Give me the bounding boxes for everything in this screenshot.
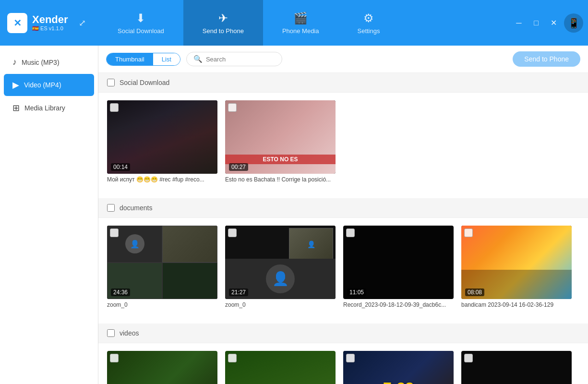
section-social-download-checkbox[interactable]: [107, 79, 115, 86]
game-text: 7:38: [383, 379, 414, 384]
video-checkbox[interactable]: [228, 103, 237, 112]
video-card[interactable]: 7:38 07:38 game_recording: [343, 351, 454, 384]
video-card[interactable]: 👤 24:36 zoom_0: [107, 226, 217, 308]
tab-settings-label: Settings: [358, 27, 380, 35]
social-download-grid: 00:14 Мой испут 😁😁😁 #rec #fup #reco... E…: [98, 93, 588, 198]
version: ES v1.1.0: [40, 25, 63, 31]
nav-tabs: ⬇ Social Download ✈ Send to Phone 🎬 Phon…: [98, 0, 512, 46]
sidebar-video-label: Video (MP4): [24, 81, 61, 89]
video-icon: ▶: [12, 80, 19, 90]
phone-connect-button[interactable]: 📱: [564, 13, 583, 33]
video-checkbox[interactable]: [110, 354, 119, 362]
video-card[interactable]: 👤 👤 21:27 zoom_0: [225, 226, 336, 308]
video-checkbox[interactable]: [346, 354, 355, 362]
zoom-cell-2: [162, 226, 217, 263]
social-download-icon: ⬇: [136, 12, 145, 25]
thumbnail-wrap: 👤 24:36: [107, 226, 217, 299]
thumbnail-bg: 7:38: [343, 351, 454, 384]
thumbnail-bg: [461, 351, 572, 384]
thumbnail-wrap: 08:08: [461, 226, 572, 299]
video-card[interactable]: 03:12 video_clip_1: [107, 351, 217, 384]
video-checkbox[interactable]: [110, 228, 119, 237]
toolbar: Thumbnail List 🔍 Send to Phone: [98, 46, 588, 73]
thumbnail-wrap: 👤 👤 21:27: [225, 226, 336, 299]
video-title: Record_2023-09-18-12-09-39_dacb6c...: [343, 301, 454, 308]
thumbnail-view-button[interactable]: Thumbnail: [107, 53, 153, 65]
video-title: zoom_0: [107, 301, 217, 308]
thumbnail-wrap: 7:38 07:38: [343, 351, 454, 384]
main-layout: ♪ Music (MP3) ▶ Video (MP4) ⊞ Media Libr…: [0, 46, 588, 384]
person-face: 👤: [289, 228, 333, 261]
phone-media-icon: 🎬: [293, 12, 308, 25]
close-button[interactable]: ✕: [547, 16, 560, 30]
section-documents: documents: [98, 198, 588, 218]
scroll-area[interactable]: Social Download 00:14 Мой испут 😁😁😁 #rec…: [98, 73, 588, 384]
thumbnail-wrap: 11:05: [343, 226, 454, 299]
video-checkbox[interactable]: [346, 228, 355, 237]
tab-settings[interactable]: ⚙ Settings: [338, 0, 399, 46]
video-card[interactable]: 05:44 video_clip_2: [225, 351, 336, 384]
view-toggle: Thumbnail List: [106, 53, 180, 66]
logo-x: ✕: [13, 17, 22, 29]
zoom-cell-4: [162, 263, 217, 300]
thumbnail-wrap: ESTO NO ES 00:27: [225, 100, 336, 174]
header: ✕ Xender 🇪🇸 ES v1.1.0 ⤢ ⬇ Social Downloa…: [0, 0, 588, 46]
tab-phone-media[interactable]: 🎬 Phone Media: [263, 0, 338, 46]
tab-send-to-phone[interactable]: ✈ Send to Phone: [183, 0, 263, 46]
sidebar-item-music[interactable]: ♪ Music (MP3): [4, 51, 94, 73]
flag: 🇪🇸: [32, 25, 39, 31]
expand-icon[interactable]: ⤢: [77, 16, 88, 30]
video-card[interactable]: 11:05 Record_2023-09-18-12-09-39_dacb6c.…: [343, 226, 454, 308]
thumbnail-wrap: 02:15: [461, 351, 572, 384]
maximize-button[interactable]: □: [529, 16, 543, 30]
thumbnail-bg: [107, 351, 217, 384]
sidebar: ♪ Music (MP3) ▶ Video (MP4) ⊞ Media Libr…: [0, 46, 98, 384]
video-card[interactable]: 08:08 bandicam 2023-09-14 16-02-36-129: [461, 226, 572, 308]
person-icon: 👤: [125, 234, 144, 253]
list-view-button[interactable]: List: [153, 53, 180, 65]
video-checkbox[interactable]: [110, 103, 119, 112]
logo-text-area: Xender 🇪🇸 ES v1.1.0: [32, 14, 68, 32]
send-to-phone-icon: ✈: [218, 12, 228, 25]
thumbnail-wrap: 00:14: [107, 100, 217, 174]
video-card[interactable]: 02:15 screen_record: [461, 351, 572, 384]
video-checkbox[interactable]: [464, 228, 473, 237]
person-bg: [163, 226, 217, 262]
send-to-phone-button[interactable]: Send to Phone: [513, 51, 580, 67]
section-social-download: Social Download: [98, 73, 588, 93]
thumbnail-bg: [225, 351, 336, 384]
video-title: zoom_0: [225, 301, 336, 308]
app-version: 🇪🇸 ES v1.1.0: [32, 25, 68, 32]
tab-send-to-phone-label: Send to Phone: [203, 27, 244, 35]
app-name: Xender: [32, 14, 68, 25]
media-library-icon: ⊞: [12, 103, 20, 113]
minimize-button[interactable]: ─: [512, 16, 526, 30]
search-input[interactable]: [206, 56, 273, 63]
section-videos: videos: [98, 324, 588, 343]
sidebar-item-video[interactable]: ▶ Video (MP4): [4, 74, 94, 96]
video-title: Мой испут 😁😁😁 #rec #fup #reco...: [107, 176, 217, 183]
tab-social-download[interactable]: ⬇ Social Download: [98, 0, 183, 46]
person-silhouette: 👤: [266, 264, 295, 293]
videos-grid: 03:12 video_clip_1 05:44 video_clip_2: [98, 343, 588, 384]
section-videos-checkbox[interactable]: [107, 329, 115, 337]
thumbnail-wrap: 05:44: [225, 351, 336, 384]
duration-badge: 21:27: [229, 288, 248, 296]
section-documents-label: documents: [120, 204, 152, 212]
search-box: 🔍: [186, 52, 282, 66]
section-documents-checkbox[interactable]: [107, 204, 115, 212]
search-icon: 🔍: [193, 55, 203, 63]
duration-badge: 24:36: [111, 288, 130, 296]
video-checkbox[interactable]: [464, 354, 473, 362]
tab-phone-media-label: Phone Media: [282, 27, 319, 35]
logo-icon: ✕: [7, 13, 27, 33]
video-checkbox[interactable]: [228, 354, 237, 362]
window-controls: ─ □ ✕ 📱: [512, 13, 588, 33]
duration-badge: 11:05: [347, 288, 366, 296]
duration-badge: 00:27: [229, 163, 248, 171]
settings-icon: ⚙: [363, 12, 374, 25]
video-card[interactable]: 00:14 Мой испут 😁😁😁 #rec #fup #reco...: [107, 100, 217, 183]
sidebar-item-media-library[interactable]: ⊞ Media Library: [4, 97, 94, 119]
video-checkbox[interactable]: [228, 228, 237, 237]
video-card[interactable]: ESTO NO ES 00:27 Esto no es Bachata !! C…: [225, 100, 336, 183]
